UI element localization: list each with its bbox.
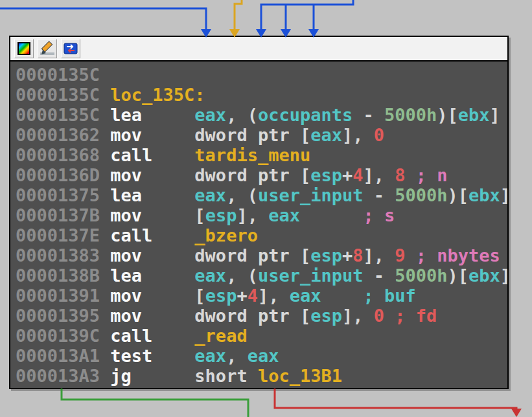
token-txt: ] <box>500 265 507 286</box>
token-txt: short <box>194 366 258 386</box>
token-txt: [ <box>194 205 205 225</box>
disasm-line[interactable]: 00001368 call tardis_menu <box>16 145 502 165</box>
disasm-line[interactable]: 0000139C call _read <box>16 326 502 346</box>
token-num: 0 <box>374 306 384 326</box>
token-reg: esp <box>310 245 342 265</box>
token-num: 9 <box>395 245 405 265</box>
token-txt: , ( <box>226 105 258 125</box>
token-mnem: mov <box>110 286 194 306</box>
address: 0000135C <box>16 65 110 85</box>
disasm-line[interactable]: 00001383 mov dword ptr [esp+8], 9 ; nbyt… <box>16 245 502 265</box>
address: 000013A1 <box>16 346 110 366</box>
token-mnem: jg <box>110 366 194 386</box>
edge-green-out <box>62 389 248 417</box>
disasm-line[interactable]: 0000137B mov [esp], eax ; s <box>16 205 502 225</box>
address: 0000137E <box>16 225 110 245</box>
edge-blue-right-1 <box>261 0 353 30</box>
address: 0000138B <box>16 265 110 286</box>
token-reg: eax <box>194 185 226 205</box>
token-hex: 5000h <box>395 265 447 286</box>
token-fn: _bzero <box>194 225 258 245</box>
token-mnem: call <box>110 326 194 346</box>
token-num: 4 <box>353 165 363 185</box>
token-mnem: mov <box>110 125 194 145</box>
token-fn: loc_13B1 <box>258 366 342 386</box>
disasm-line[interactable]: 00001391 mov [esp+4], eax ; buf <box>16 286 502 306</box>
address: 00001395 <box>16 306 110 326</box>
disasm-line[interactable]: 0000138B lea eax, (user_input - 5000h)[e… <box>16 265 502 286</box>
disasm-code[interactable]: 0000135C 0000135C loc_135C:0000135C lea … <box>10 62 507 386</box>
token-reg: eax <box>290 286 321 306</box>
token-txt: dword ptr [ <box>194 125 310 145</box>
token-mnem: mov <box>110 245 194 265</box>
token-txt: + <box>237 286 247 306</box>
disasm-line[interactable]: 000013A1 test eax, eax <box>16 346 502 366</box>
address: 00001362 <box>16 125 110 145</box>
disasm-line[interactable]: 0000135C <box>16 65 502 85</box>
token-txt: , <box>226 346 248 366</box>
token-txt: + <box>342 245 353 265</box>
basic-block-node[interactable]: 0000135C 0000135C loc_135C:0000135C lea … <box>9 36 509 389</box>
token-txt: [ <box>194 286 205 306</box>
token-txt <box>406 165 416 185</box>
token-txt: , ( <box>226 185 258 205</box>
token-num: 8 <box>395 165 405 185</box>
palette-button[interactable] <box>14 39 34 58</box>
token-txt: ] <box>490 105 500 125</box>
token-cmt: ; n <box>416 165 448 185</box>
token-txt: ], <box>237 205 268 225</box>
address: 0000135C <box>16 105 110 125</box>
graph-layout-icon <box>63 41 78 56</box>
token-txt: ], <box>342 125 374 145</box>
token-txt: - <box>363 185 395 205</box>
token-txt: + <box>342 165 353 185</box>
disasm-line[interactable]: 00001362 mov dword ptr [eax], 0 <box>16 125 502 145</box>
token-reg: user_input <box>258 185 364 205</box>
token-reg: ebx <box>458 105 490 125</box>
token-txt: - <box>363 265 395 286</box>
layout-button[interactable] <box>61 39 80 58</box>
disasm-line[interactable]: 00001395 mov dword ptr [esp], 0 ; fd <box>16 306 502 326</box>
token-cmt: ; nbytes <box>416 245 500 265</box>
token-txt: )[ <box>437 105 458 125</box>
address: 0000137B <box>16 205 110 225</box>
token-num: 4 <box>248 286 258 306</box>
token-num: 8 <box>353 245 363 265</box>
token-mnem: mov <box>110 165 194 185</box>
token-txt <box>300 205 364 225</box>
graph-canvas[interactable]: 0000135C 0000135C loc_135C:0000135C lea … <box>0 0 532 417</box>
token-mnem: call <box>110 225 194 245</box>
token-mnem: lea <box>110 265 194 286</box>
token-fn: _read <box>194 326 247 346</box>
disasm-line[interactable]: 0000137E call _bzero <box>16 225 502 245</box>
token-cmtred: ; fd <box>395 306 437 326</box>
disasm-line[interactable]: 0000135C lea eax, (occupants - 5000h)[eb… <box>16 105 502 125</box>
token-reg: eax <box>310 125 342 145</box>
node-titlebar[interactable] <box>10 37 507 62</box>
disasm-line[interactable]: 000013A3 jg short loc_13B1 <box>16 366 502 386</box>
token-txt: , ( <box>226 265 258 286</box>
token-reg: eax <box>194 105 226 125</box>
token-reg: esp <box>205 286 237 306</box>
token-mnem: mov <box>110 205 194 225</box>
token-reg: user_input <box>258 265 364 286</box>
token-txt: ], <box>342 306 374 326</box>
token-txt: dword ptr [ <box>194 306 310 326</box>
disasm-line[interactable]: 0000135C loc_135C: <box>16 85 502 105</box>
token-fn: tardis_menu <box>194 145 310 165</box>
token-reg: eax <box>268 205 300 225</box>
token-txt: ], <box>258 286 290 306</box>
palette-icon <box>17 42 30 55</box>
pencil-icon <box>40 41 55 56</box>
token-cmt: ; s <box>364 205 395 225</box>
token-txt: ], <box>363 165 395 185</box>
token-txt: )[ <box>448 185 469 205</box>
token-txt: dword ptr [ <box>194 245 310 265</box>
disasm-line[interactable]: 00001375 lea eax, (user_input - 5000h)[e… <box>16 185 502 205</box>
edge-red-out-arrowhead <box>511 409 522 417</box>
token-reg: eax <box>248 346 279 366</box>
token-reg: ebx <box>468 185 500 205</box>
edit-button[interactable] <box>38 39 57 58</box>
disasm-line[interactable]: 0000136D mov dword ptr [esp+4], 8 ; n <box>16 165 502 185</box>
token-mnem: call <box>110 145 194 165</box>
